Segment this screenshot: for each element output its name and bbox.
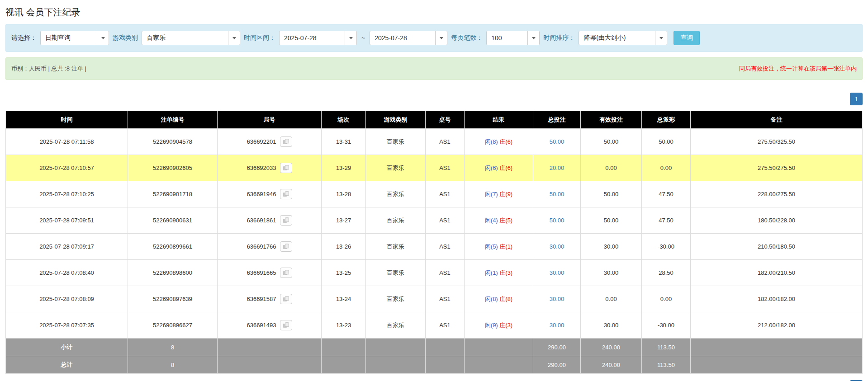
date-from-picker[interactable]: 2025-07-28 [279,31,357,45]
cell-result: 闲(1) 庄(3) [465,260,533,286]
table-row: 2025-07-28 07:08:09522690897639636691587… [6,286,863,312]
cell-bet-id: 522690897639 [128,286,218,312]
cell-session: 13-31 [322,129,366,155]
cell-valid-bet: 0.00 [581,286,642,312]
summary-payout: 113.50 [642,356,691,374]
summary-total-bet: 290.00 [533,356,581,374]
total-bet-link[interactable]: 30.00 [550,322,564,329]
chevron-down-icon[interactable] [345,31,356,45]
round-number: 636691861 [247,217,276,224]
cell-bet-id: 522690901718 [128,181,218,207]
cell-time: 2025-07-28 07:07:35 [6,312,128,339]
cell-time: 2025-07-28 07:08:09 [6,286,128,312]
total-bet-link[interactable]: 20.00 [550,165,564,171]
cell-total-bet: 30.00 [533,234,581,260]
result-banker: 庄(3) [499,269,512,276]
table-row: 2025-07-28 07:08:40522690898600636691665… [6,260,863,286]
cell-game-type: 百家乐 [366,207,426,234]
chevron-down-icon[interactable] [435,31,447,45]
cell-round: 636692201 [218,129,322,155]
cards-icon [283,191,289,197]
cell-remark: 182.00/182.00 [691,286,863,312]
cell-round: 636692033 [218,155,322,181]
cell-remark: 275.50/275.50 [691,155,863,181]
cell-time: 2025-07-28 07:09:51 [6,207,128,234]
cell-total-bet: 30.00 [533,286,581,312]
column-header: 有效投注 [581,111,642,129]
cell-time: 2025-07-28 07:09:17 [6,234,128,260]
cell-table-no: AS1 [426,312,465,339]
chevron-down-icon[interactable] [228,31,240,45]
search-button[interactable]: 查询 [674,31,700,45]
game-type-select[interactable]: 百家乐 [142,31,240,45]
round-detail-button[interactable] [280,163,292,173]
cell-valid-bet: 50.00 [581,207,642,234]
cell-session: 13-28 [322,181,366,207]
cell-result: 闲(8) 庄(6) [465,129,533,155]
date-to-picker[interactable]: 2025-07-28 [370,31,447,45]
round-detail-button[interactable] [280,189,292,199]
page-1-button[interactable]: 1 [850,93,863,105]
cell-valid-bet: 30.00 [581,260,642,286]
cell-total-bet: 30.00 [533,312,581,339]
total-bet-link[interactable]: 50.00 [550,217,564,224]
cell-time: 2025-07-28 07:10:25 [6,181,128,207]
summary-count: 8 [128,339,218,356]
cell-session: 13-26 [322,234,366,260]
cell-game-type: 百家乐 [366,260,426,286]
cell-total-bet: 50.00 [533,129,581,155]
cell-game-type: 百家乐 [366,286,426,312]
cell-round: 636691946 [218,181,322,207]
cell-payout: 50.00 [642,129,691,155]
table-head: 时间注单编号局号场次游戏类别桌号结果总投注有效投注总派彩备注 [6,111,863,129]
cell-payout: 0.00 [642,155,691,181]
cell-remark: 210.50/180.50 [691,234,863,260]
total-bet-link[interactable]: 30.00 [550,243,564,250]
date-from-value: 2025-07-28 [280,31,345,45]
query-type-select[interactable]: 日期查询 [40,31,109,45]
cell-time: 2025-07-28 07:08:40 [6,260,128,286]
round-detail-button[interactable] [280,294,292,304]
cell-payout: -30.00 [642,312,691,339]
cards-icon [283,270,289,276]
cell-bet-id: 522690902605 [128,155,218,181]
total-bet-link[interactable]: 50.00 [550,138,564,145]
round-detail-button[interactable] [280,320,292,330]
cell-remark: 180.50/228.00 [691,207,863,234]
summary-empty-cell [322,339,366,356]
cell-remark: 275.50/325.50 [691,129,863,155]
page-size-label: 每页笔数： [451,34,483,42]
total-bet-link[interactable]: 30.00 [550,296,564,302]
chevron-down-icon[interactable] [97,31,109,45]
chevron-down-icon[interactable] [655,31,667,45]
cell-result: 闲(7) 庄(9) [465,181,533,207]
column-header: 游戏类别 [366,111,426,129]
time-sort-select[interactable]: 降幂(由大到小) [579,31,667,45]
summary-label: 总计 [6,356,128,374]
cell-session: 13-29 [322,155,366,181]
summary-total-bet: 290.00 [533,339,581,356]
summary-empty-cell [426,356,465,374]
result-player: 闲(6) [485,165,498,171]
chevron-down-icon[interactable] [527,31,539,45]
round-detail-button[interactable] [280,215,292,226]
total-bet-link[interactable]: 30.00 [550,269,564,276]
cell-table-no: AS1 [426,155,465,181]
cell-result: 闲(8) 庄(8) [465,286,533,312]
date-to-value: 2025-07-28 [370,31,435,45]
bet-table: 时间注单编号局号场次游戏类别桌号结果总投注有效投注总派彩备注 2025-07-2… [5,111,863,374]
result-player: 闲(8) [485,138,498,145]
round-detail-button[interactable] [280,136,292,147]
cell-remark: 212.00/182.00 [691,312,863,339]
page-size-select[interactable]: 100 [486,31,540,45]
cell-round: 636691861 [218,207,322,234]
game-type-value: 百家乐 [142,31,228,45]
total-bet-link[interactable]: 50.00 [550,191,564,198]
cell-valid-bet: 0.00 [581,155,642,181]
summary-empty-cell [218,356,322,374]
tilde-separator: ~ [360,34,366,42]
cards-icon [283,322,289,328]
round-detail-button[interactable] [280,241,292,252]
round-detail-button[interactable] [280,268,292,278]
cell-payout: 0.00 [642,286,691,312]
